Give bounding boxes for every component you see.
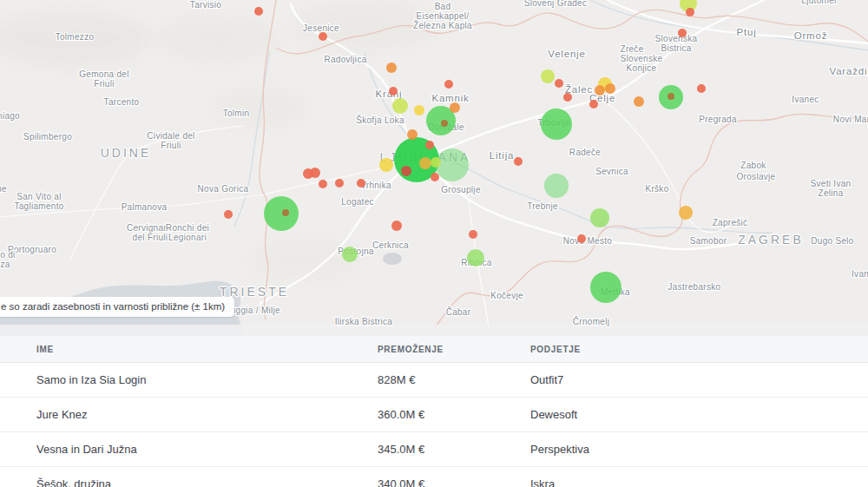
map-marker[interactable] <box>441 120 448 127</box>
map-marker[interactable] <box>577 234 586 243</box>
map-marker[interactable] <box>667 93 674 100</box>
map-marker[interactable] <box>342 247 358 262</box>
cell-podjetje: Perspektiva <box>530 443 868 456</box>
map-marker[interactable] <box>391 220 402 231</box>
map-city-label: SlovenskeKonjice <box>621 54 663 73</box>
map-marker[interactable] <box>224 210 233 219</box>
map-marker[interactable] <box>319 180 327 188</box>
map-city-label: Nova Gorica <box>198 184 249 194</box>
cell-podjetje: Dewesoft <box>530 408 868 421</box>
table-header: IME PREMOŽENJE PODJETJE <box>0 336 868 363</box>
rich-list-table: IME PREMOŽENJE PODJETJE Samo in Iza Sia … <box>0 336 868 487</box>
map-marker[interactable] <box>555 79 563 88</box>
map-city-label: Novo Mesto <box>563 236 612 246</box>
column-header-premozenje[interactable]: PREMOŽENJE <box>378 345 530 354</box>
map-city-label: niago <box>0 111 20 121</box>
map-city-label: Jesenice <box>303 23 339 33</box>
map-marker[interactable] <box>379 158 393 172</box>
table-row[interactable]: Jure Knez360.0M €Dewesoft <box>0 398 868 432</box>
map-city-label: Litija <box>490 150 514 161</box>
map-marker[interactable] <box>634 96 644 107</box>
map-marker[interactable] <box>678 29 687 37</box>
map-city-label: SlovenskaBistrica <box>655 34 698 53</box>
map-city-label: Tarvisio <box>190 0 221 10</box>
table-row[interactable]: Vesna in Dari Južna345.0M €Perspektiva <box>0 432 868 467</box>
map-city-label: Oroslavje <box>737 172 776 181</box>
cell-premozenje: 828M € <box>378 373 530 386</box>
map-marker[interactable] <box>389 87 398 95</box>
map-city-label: Palmanova <box>122 202 168 212</box>
map-marker[interactable] <box>431 157 441 168</box>
map-marker[interactable] <box>686 8 694 16</box>
map-marker[interactable] <box>419 157 431 169</box>
map-city-label: Zreče <box>620 44 643 54</box>
map-marker[interactable] <box>401 166 411 176</box>
map-marker[interactable] <box>414 105 424 115</box>
map-marker[interactable] <box>697 84 706 93</box>
map-marker[interactable] <box>467 249 484 267</box>
map-marker[interactable] <box>436 148 469 181</box>
map-marker[interactable] <box>254 7 263 16</box>
map-city-label: Zabok <box>740 161 766 170</box>
map-city-label: Velenje <box>548 49 585 59</box>
map-marker[interactable] <box>514 157 523 166</box>
cell-ime: Vesna in Dari Južna <box>36 443 378 456</box>
map-marker[interactable] <box>590 272 621 303</box>
map-city-label: Tarcento <box>104 97 140 107</box>
map-city-label: Tolmezzo <box>56 32 95 42</box>
map-city-label: Slovenj Gradec <box>524 0 588 8</box>
table-body: Samo in Iza Sia Login828M €Outfit7Jure K… <box>0 363 868 487</box>
map-marker[interactable] <box>319 32 327 41</box>
cell-premozenje: 360.0M € <box>378 408 530 421</box>
map-city-label: Grosuplje <box>441 185 481 194</box>
cell-ime: Šešok, družina <box>36 477 378 487</box>
map-marker[interactable] <box>590 208 609 227</box>
map-marker[interactable] <box>357 179 365 188</box>
map-city-label: Trebnje <box>527 201 558 211</box>
map-marker[interactable] <box>431 173 439 181</box>
column-header-ime[interactable]: IME <box>36 345 378 354</box>
map-marker[interactable] <box>264 196 299 231</box>
map-marker[interactable] <box>544 174 569 198</box>
map-city-label: Dugo Selo <box>811 236 854 246</box>
map-lake <box>383 253 402 265</box>
map-marker[interactable] <box>444 80 453 89</box>
table-row[interactable]: Samo in Iza Sia Login828M €Outfit7 <box>0 363 868 398</box>
map-marker[interactable] <box>407 129 418 140</box>
cell-podjetje: Iskra <box>530 477 868 487</box>
map-city-label: Pregrada <box>699 115 737 124</box>
map-city-label: Ivanić <box>852 269 868 279</box>
column-header-podjetje[interactable]: PODJETJE <box>530 345 868 354</box>
map-marker[interactable] <box>386 63 397 73</box>
map-marker[interactable] <box>335 179 344 188</box>
map-city-label: Jastrebarsko <box>668 282 721 292</box>
table-row[interactable]: Šešok, družina340.0M €Iskra <box>0 467 868 487</box>
map-city-label: Sevnica <box>595 167 628 176</box>
privacy-note: e so zaradi zasebnosti in varnosti pribl… <box>0 297 234 318</box>
map[interactable]: TarvisioTolmezzoGemona delFriuliTarcento… <box>0 0 868 336</box>
map-canvas: TarvisioTolmezzoGemona delFriuliTarcento… <box>0 0 868 336</box>
map-marker[interactable] <box>425 141 434 149</box>
map-city-label: Škofja Loka <box>356 115 404 125</box>
cell-podjetje: Outfit7 <box>530 373 868 386</box>
map-city-label: Tolmin <box>223 109 250 118</box>
map-city-label: Ronchi deiLegionari <box>166 223 209 242</box>
map-city-label: Spilimbergo <box>23 132 72 141</box>
map-marker[interactable] <box>679 206 693 220</box>
map-marker[interactable] <box>392 98 408 114</box>
map-marker[interactable] <box>589 100 598 109</box>
map-city-label: Novi Maro <box>833 115 868 124</box>
map-marker[interactable] <box>541 109 572 140</box>
map-marker[interactable] <box>282 209 289 216</box>
map-marker[interactable] <box>595 85 605 95</box>
map-city-label: Logatec <box>341 197 374 207</box>
map-marker[interactable] <box>469 230 477 239</box>
map-city-label: Ilirska Bistrica <box>335 317 393 326</box>
map-marker[interactable] <box>605 83 615 94</box>
map-marker[interactable] <box>563 93 572 102</box>
map-marker[interactable] <box>310 168 320 178</box>
map-city-label: ne <box>0 184 7 194</box>
map-city-label: Cerknica <box>372 240 409 250</box>
map-marker[interactable] <box>450 102 460 113</box>
map-marker[interactable] <box>541 69 555 83</box>
